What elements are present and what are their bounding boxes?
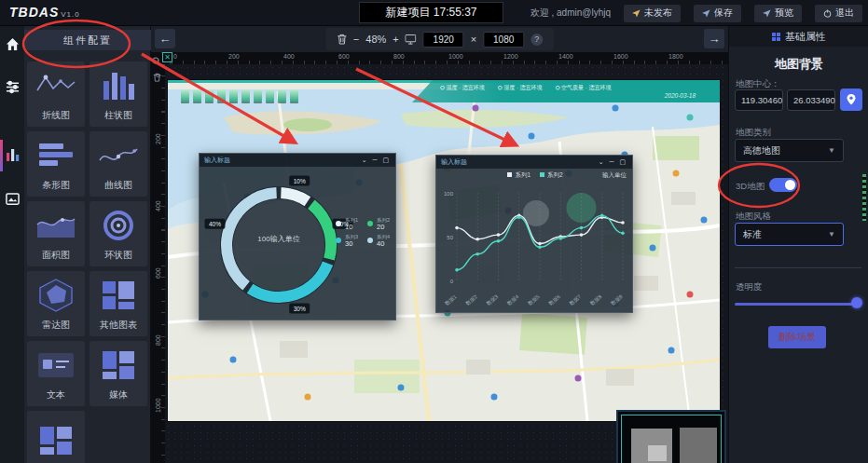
svg-text:100: 100: [444, 191, 454, 197]
close-guide-icon[interactable]: ✕: [162, 52, 172, 62]
times-symbol: ×: [471, 34, 476, 45]
component-tile-折线图[interactable]: 折线图: [27, 61, 85, 127]
legend-item[interactable]: 系列440: [367, 234, 390, 247]
save-button[interactable]: 保存: [694, 5, 741, 22]
widget-title-bar[interactable]: 输入标题 ⌄ ─ ▢: [200, 154, 395, 167]
svg-text:40%: 40%: [209, 221, 221, 227]
component-tile-条形图[interactable]: 条形图: [27, 131, 85, 197]
component-panel-header[interactable]: 组件配置: [24, 30, 151, 50]
map-weather-item: ⛭ 湿度 · 适宜环境: [498, 84, 543, 92]
zoom-toolbar: − 48% + 1920 × 1080 ?: [325, 28, 554, 50]
minimap[interactable]: [616, 410, 726, 463]
svg-text:数据3: 数据3: [486, 293, 500, 306]
publish-status-button[interactable]: 未发布: [624, 5, 681, 22]
properties-tab[interactable]: 基础属性: [729, 26, 868, 47]
svg-text:数据5: 数据5: [527, 293, 541, 306]
legend-item[interactable]: 系列220: [367, 217, 390, 230]
grid-icon: [772, 33, 780, 41]
legend-item[interactable]: 系列330: [336, 234, 358, 247]
help-icon[interactable]: ?: [530, 34, 543, 46]
zoom-in-button[interactable]: +: [393, 34, 398, 45]
image-icon[interactable]: [6, 192, 20, 206]
line-chart: 100500数据1数据2数据3数据4数据5数据6数据7数据8数据9: [436, 169, 634, 314]
map-weather-item: ⛭ 空气质量 · 适宜环境: [556, 84, 612, 92]
sliders-icon[interactable]: [6, 80, 20, 94]
project-title[interactable]: 新建项目 17:55:37: [359, 2, 503, 23]
legend-item[interactable]: 系列2: [540, 171, 563, 180]
donut-widget[interactable]: 输入标题 ⌄ ─ ▢ 10%20%30%40% 100输入单位 系列110系列2…: [199, 153, 396, 320]
svg-text:数据1: 数据1: [444, 293, 458, 306]
minimap-widget-2: [680, 428, 717, 463]
longitude-input[interactable]: 119.30460: [735, 89, 783, 111]
svg-text:数据8: 数据8: [589, 293, 603, 306]
tile-label: 环状图: [104, 250, 132, 261]
zoom-out-button[interactable]: −: [353, 34, 359, 45]
delete-scene-button[interactable]: 删除场景: [768, 326, 826, 348]
canvas-height-input[interactable]: 1080: [483, 32, 524, 48]
canvas-trash-icon[interactable]: [153, 69, 161, 86]
donut-center-label: 100输入单位: [237, 234, 321, 244]
svg-text:数据4: 数据4: [506, 293, 520, 306]
svg-text:数据2: 数据2: [464, 293, 478, 306]
send-icon: [632, 9, 641, 18]
3d-map-label: 3D地图: [736, 181, 765, 193]
tile-label: 曲线图: [104, 180, 132, 191]
map-style-select[interactable]: 标准▼: [735, 223, 844, 246]
map-category-label: 地图类别: [736, 127, 771, 139]
canvas-toolbar-row: ← → − 48% + 1920 × 1080 ?: [151, 26, 728, 52]
window-controls[interactable]: ⌄ ─ ▢: [362, 157, 391, 164]
horizontal-ruler: 020040060080010001200140016001800: [165, 52, 728, 64]
map-header-bar: ⛭ 温度 · 适宜环境⛭ 湿度 · 适宜环境⛭ 空气质量 · 适宜环境 2020…: [412, 80, 720, 102]
3d-map-toggle[interactable]: [769, 178, 797, 192]
component-panel: 组件配置 折线图柱状图条形图曲线图面积图环状图雷达图其他图表文本媒体: [24, 26, 151, 463]
preview-button[interactable]: 预览: [754, 5, 802, 22]
latitude-input[interactable]: 26.033490: [787, 89, 835, 111]
component-tile-文本[interactable]: 文本: [27, 341, 85, 406]
tile-label: 媒体: [109, 389, 128, 401]
opacity-slider-thumb[interactable]: [851, 297, 862, 308]
vertical-ruler: 020040060080010001200: [151, 52, 165, 463]
widget-title-bar[interactable]: 输入标题 ⌄ ─ ▢: [436, 156, 632, 169]
map-datetime: 2020-03-18: [440, 92, 720, 99]
line-widget[interactable]: 输入标题 ⌄ ─ ▢ 系列1系列2 输入单位 100500数据1数据2数据3数据…: [435, 155, 633, 313]
legend-item[interactable]: 系列1: [507, 171, 530, 180]
donut-legend: 系列110系列220系列330系列440: [336, 217, 390, 247]
component-tile-雷达图[interactable]: 雷达图: [27, 271, 85, 336]
magnifier-icon[interactable]: [152, 53, 161, 70]
component-tile-其他图表[interactable]: 其他图表: [90, 271, 147, 336]
svg-text:50: 50: [447, 235, 453, 240]
tile-label: 条形图: [42, 180, 70, 191]
canvas-width-input[interactable]: 1920: [423, 32, 464, 48]
monitor-icon: [406, 34, 417, 45]
power-icon: [823, 9, 832, 18]
component-tile-媒体[interactable]: 媒体: [90, 341, 147, 406]
locate-pin-button[interactable]: [840, 89, 862, 111]
divider: [735, 267, 861, 268]
component-tile-面积图[interactable]: 面积图: [27, 201, 85, 266]
component-tile-环状图[interactable]: 环状图: [90, 201, 147, 266]
trash-icon[interactable]: [337, 34, 347, 45]
home-icon[interactable]: [6, 37, 20, 51]
bar-chart-icon[interactable]: [6, 147, 20, 161]
svg-text:30%: 30%: [294, 306, 306, 312]
panel-scrollbar[interactable]: [861, 173, 867, 222]
component-grid: 折线图柱状图条形图曲线图面积图环状图雷达图其他图表文本媒体: [27, 61, 148, 463]
window-controls[interactable]: ⌄ ─ ▢: [599, 158, 627, 166]
tile-label: 柱状图: [104, 110, 132, 121]
forward-arrow-button[interactable]: →: [704, 29, 724, 48]
exit-button[interactable]: 退出: [815, 5, 862, 22]
svg-text:数据9: 数据9: [610, 293, 624, 306]
canvas-body[interactable]: ⛭ 温度 · 适宜环境⛭ 湿度 · 适宜环境⛭ 空气质量 · 适宜环境 2020…: [165, 64, 728, 463]
svg-text:数据6: 数据6: [547, 293, 561, 306]
component-tile-柱状图[interactable]: 柱状图: [90, 61, 147, 127]
back-arrow-button[interactable]: ←: [155, 29, 175, 48]
legend-item[interactable]: 系列110: [336, 217, 358, 230]
map-category-select[interactable]: 高德地图▼: [735, 139, 844, 162]
opacity-slider-track[interactable]: [735, 303, 860, 306]
chevron-down-icon: ▼: [828, 230, 835, 238]
map-weather-item: ⛭ 温度 · 适宜环境: [440, 84, 485, 92]
component-tile-曲线图[interactable]: 曲线图: [90, 131, 147, 197]
component-tile-partial[interactable]: [27, 411, 85, 463]
line-unit-label: 输入单位: [602, 171, 627, 180]
section-title: 地图背景: [729, 56, 868, 73]
